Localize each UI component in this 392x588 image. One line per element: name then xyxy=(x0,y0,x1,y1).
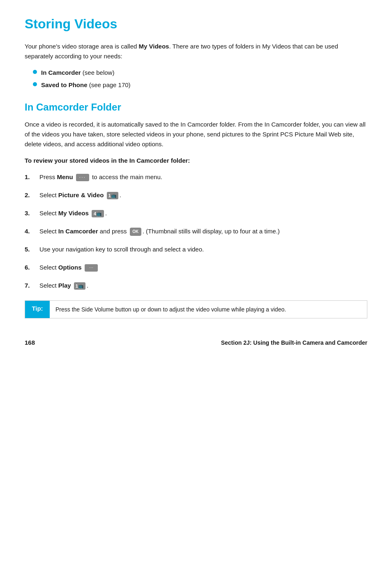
step-item-4: 4. Select In Camcorder and press OK. (Th… xyxy=(25,226,367,236)
step-content-4: Select In Camcorder and press OK. (Thumb… xyxy=(39,226,367,236)
tip-label: Tip: xyxy=(25,301,50,318)
step-item-3: 3. Select My Videos 4📺. xyxy=(25,208,367,218)
bullet-list: In Camcorder (see below) Saved to Phone … xyxy=(33,68,367,90)
intro-bold: My Videos xyxy=(139,43,169,50)
step-bold: Options xyxy=(58,264,82,271)
picture-video-icon: 1📺 xyxy=(107,192,118,199)
options-icon: ⋯ xyxy=(85,264,98,272)
step-bold: Menu xyxy=(57,173,73,180)
bullet-dot xyxy=(33,82,37,86)
step-item-6: 6. Select Options ⋯ xyxy=(25,263,367,272)
review-label: To review your stored videos in the In C… xyxy=(25,156,367,166)
play-icon: 1📺 xyxy=(74,282,85,290)
section-heading: In Camcorder Folder xyxy=(25,101,367,113)
section-paragraph: Once a video is recorded, it is automati… xyxy=(25,120,367,149)
step-item-5: 5. Use your navigation key to scroll thr… xyxy=(25,244,367,254)
list-item: In Camcorder (see below) xyxy=(33,68,367,78)
step-number-4: 4. xyxy=(25,226,36,236)
step-item-2: 2. Select Picture & Video 1📺. xyxy=(25,190,367,200)
page-footer: 168 Section 2J: Using the Built-in Camer… xyxy=(25,335,367,346)
intro-text-before: Your phone's video storage area is calle… xyxy=(25,43,139,50)
footer-section-title: Section 2J: Using the Built-in Camera an… xyxy=(221,339,367,346)
ok-icon: OK xyxy=(130,228,141,236)
tip-content: Press the Side Volume button up or down … xyxy=(50,301,292,318)
step-number-3: 3. xyxy=(25,208,36,218)
step-number-6: 6. xyxy=(25,263,36,272)
step-bold: Play xyxy=(58,282,71,289)
step-bold: In Camcorder xyxy=(58,228,98,235)
page-title: Storing Videos xyxy=(25,16,367,32)
intro-paragraph: Your phone's video storage area is calle… xyxy=(25,42,367,61)
tip-box: Tip: Press the Side Volume button up or … xyxy=(25,300,367,318)
step-content-2: Select Picture & Video 1📺. xyxy=(39,190,367,200)
step-content-1: Press Menu to access the main menu. xyxy=(39,172,367,182)
footer-page-number: 168 xyxy=(25,339,35,346)
step-number-7: 7. xyxy=(25,281,36,291)
step-bold: My Videos xyxy=(58,210,89,217)
menu-icon xyxy=(76,174,89,181)
bullet-text: In Camcorder (see below) xyxy=(41,68,114,78)
list-item: Saved to Phone (see page 170) xyxy=(33,80,367,90)
step-item-7: 7. Select Play 1📺. xyxy=(25,281,367,291)
bullet-text: Saved to Phone (see page 170) xyxy=(41,80,131,90)
bullet-bold: Saved to Phone xyxy=(41,81,88,88)
steps-list: 1. Press Menu to access the main menu. 2… xyxy=(25,172,367,291)
step-number-5: 5. xyxy=(25,244,36,254)
step-content-6: Select Options ⋯ xyxy=(39,263,367,272)
step-bold: Picture & Video xyxy=(58,191,104,198)
step-number-2: 2. xyxy=(25,190,36,200)
bullet-bold: In Camcorder xyxy=(41,69,81,76)
step-content-3: Select My Videos 4📺. xyxy=(39,208,367,218)
step-number-1: 1. xyxy=(25,172,36,182)
bullet-dot xyxy=(33,70,37,74)
step-item-1: 1. Press Menu to access the main menu. xyxy=(25,172,367,182)
step-content-5: Use your navigation key to scroll throug… xyxy=(39,244,367,254)
step-content-7: Select Play 1📺. xyxy=(39,281,367,291)
my-videos-icon: 4📺 xyxy=(92,210,104,217)
